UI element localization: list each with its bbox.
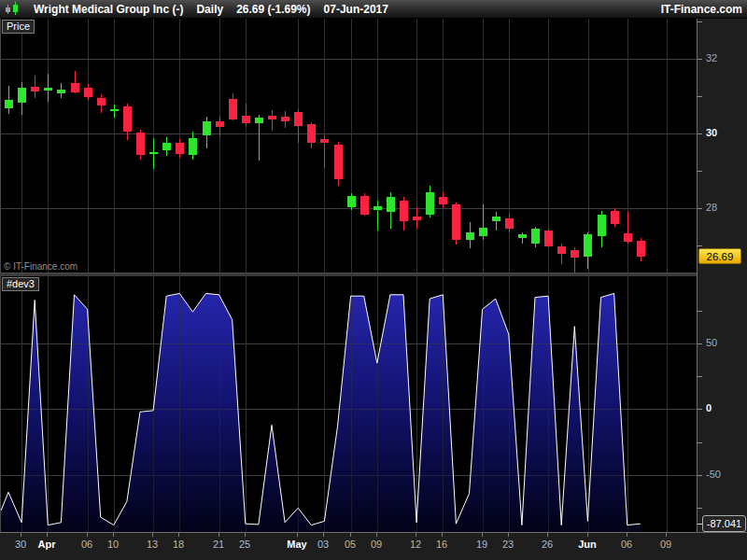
quote-date: 07-Jun-2017: [324, 3, 388, 16]
time-axis-tick: [666, 533, 667, 537]
time-axis-tick: [323, 533, 324, 537]
price-axis[interactable]: 26.69 -87.041 323028500-50: [697, 19, 747, 560]
time-axis-tick: [482, 533, 483, 537]
time-axis-label: 26: [532, 539, 562, 550]
time-axis-label: Jun: [572, 539, 602, 550]
time-axis-tick: [47, 533, 48, 537]
indicator-panel-label: #dev3: [2, 277, 39, 291]
y-axis-tick: [698, 59, 702, 60]
price-panel[interactable]: Price © IT-Finance.com: [0, 19, 697, 273]
time-axis[interactable]: 30Apr061013182125May0305091216192326Jun0…: [0, 532, 747, 560]
timeframe-label: Daily: [196, 3, 223, 16]
y-axis-tick: [698, 245, 702, 246]
y-axis-tick: [698, 208, 702, 209]
time-axis-tick: [218, 533, 219, 537]
time-axis-label: Apr: [32, 539, 62, 550]
y-axis-tick: [698, 171, 702, 172]
y-axis-tick: [698, 376, 702, 377]
y-axis-tick: [698, 311, 702, 312]
y-axis-label: 0: [706, 402, 712, 413]
chart-window: Wright Medical Group Inc (-) Daily 26.69…: [0, 0, 747, 560]
time-axis-tick: [508, 533, 509, 537]
time-axis-tick: [376, 533, 377, 537]
candlestick-logo-icon: [5, 2, 21, 16]
brand-link[interactable]: IT-Finance.com: [661, 3, 742, 16]
instrument-name: Wright Medical Group Inc (-): [34, 3, 183, 16]
price-chart-surface[interactable]: [1, 19, 698, 273]
copyright-watermark: © IT-Finance.com: [4, 261, 78, 272]
time-axis-tick: [350, 533, 351, 537]
time-axis-tick: [21, 533, 21, 537]
time-axis-tick: [297, 533, 298, 537]
y-axis-tick: [698, 508, 702, 509]
time-axis-tick: [547, 533, 548, 537]
y-axis-tick: [698, 133, 702, 134]
y-axis-tick: [698, 475, 702, 476]
time-axis-tick: [587, 533, 588, 537]
y-axis-tick: [698, 442, 702, 443]
last-quote: 26.69 (-1.69%): [236, 3, 310, 16]
time-axis-tick: [152, 533, 153, 537]
time-axis-label: 10: [98, 539, 128, 550]
y-axis-tick: [698, 343, 702, 344]
indicator-panel[interactable]: #dev3: [0, 276, 697, 532]
indicator-chart-surface[interactable]: [1, 276, 698, 532]
last-price-badge: 26.69: [698, 248, 741, 264]
y-axis-tick: [698, 96, 702, 97]
time-axis-label: 25: [230, 539, 260, 550]
time-axis-label: 16: [427, 539, 457, 550]
y-axis-label: 28: [706, 202, 717, 213]
time-axis-label: 09: [651, 539, 681, 550]
time-axis-tick: [627, 533, 627, 537]
y-axis-label: 32: [706, 52, 717, 63]
time-axis-label: 06: [612, 539, 641, 550]
y-axis-label: -50: [706, 469, 721, 480]
y-axis-tick: [698, 21, 702, 22]
time-axis-label: 18: [163, 539, 193, 550]
time-axis-label: 09: [361, 539, 391, 550]
y-axis-tick: [698, 409, 702, 410]
time-axis-tick: [87, 533, 88, 537]
y-axis-label: 50: [706, 337, 717, 348]
price-panel-label: Price: [2, 20, 35, 34]
time-axis-label: 03: [308, 539, 338, 550]
title-bar: Wright Medical Group Inc (-) Daily 26.69…: [0, 0, 747, 19]
time-axis-tick: [442, 533, 443, 537]
time-axis-label: 23: [493, 539, 523, 550]
time-axis-tick: [245, 533, 246, 537]
y-axis-label: 30: [706, 127, 717, 138]
time-axis-tick: [113, 533, 114, 537]
time-axis-tick: [416, 533, 416, 537]
indicator-value-badge: -87.041: [702, 515, 746, 532]
time-axis-tick: [178, 533, 179, 537]
